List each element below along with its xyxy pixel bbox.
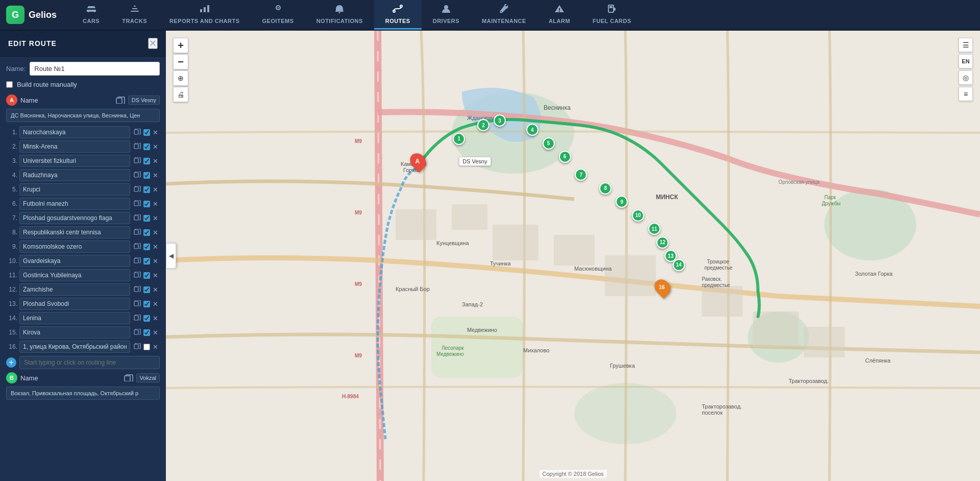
route-name-input[interactable] [30, 62, 160, 76]
stop-input[interactable] [19, 298, 130, 310]
marker-16[interactable]: 16 [655, 279, 670, 296]
stop-input[interactable] [19, 341, 130, 353]
marker-9[interactable]: 9 [616, 196, 628, 208]
stop-checkbox[interactable] [143, 315, 150, 322]
stop-delete-btn[interactable]: ✕ [151, 242, 160, 252]
stop-checkbox[interactable] [143, 215, 150, 222]
stop-copy-btn[interactable] [132, 156, 142, 166]
stop-checkbox[interactable] [143, 329, 150, 336]
marker-7[interactable]: 7 [575, 169, 587, 181]
stop-delete-btn[interactable]: ✕ [151, 213, 160, 223]
stop-copy-btn[interactable] [132, 328, 142, 338]
marker-10[interactable]: 10 [632, 209, 644, 222]
stop-delete-btn[interactable]: ✕ [151, 171, 160, 180]
stop-input[interactable] [19, 326, 130, 339]
marker-5[interactable]: 5 [543, 137, 555, 150]
stop-checkbox[interactable] [143, 201, 150, 207]
stop-checkbox[interactable] [143, 186, 150, 193]
nav-item-drivers[interactable]: DRIVERS [422, 0, 471, 30]
nav-item-alarm[interactable]: ALARM [537, 0, 581, 30]
stop-copy-btn[interactable] [132, 228, 142, 237]
stop-input[interactable] [19, 140, 130, 153]
stop-input[interactable] [19, 312, 130, 324]
stop-checkbox[interactable] [143, 158, 150, 164]
nav-item-reports[interactable]: REPORTS AND CHARTS [158, 0, 251, 30]
marker-11[interactable]: 11 [648, 223, 660, 235]
stop-checkbox[interactable] [143, 244, 150, 250]
stop-input[interactable] [19, 126, 130, 138]
stop-copy-btn[interactable] [132, 242, 142, 252]
logo[interactable]: G Gelios [0, 6, 71, 24]
stop-delete-btn[interactable]: ✕ [151, 185, 160, 195]
stop-input[interactable] [19, 183, 130, 196]
marker-12[interactable]: 12 [656, 236, 669, 249]
stop-input[interactable] [19, 212, 130, 224]
stop-checkbox[interactable] [143, 272, 150, 279]
marker-14[interactable]: 14 [673, 259, 685, 271]
stop-delete-btn[interactable]: ✕ [151, 342, 160, 352]
zoom-out-button[interactable]: − [173, 54, 188, 69]
stop-copy-btn[interactable] [132, 299, 142, 309]
stop-checkbox[interactable] [143, 229, 150, 236]
stop-copy-btn[interactable] [132, 185, 142, 195]
stop-input[interactable] [19, 169, 130, 181]
zoom-in-button[interactable]: + [173, 38, 188, 53]
stop-copy-btn[interactable] [132, 128, 142, 137]
stop-delete-btn[interactable]: ✕ [151, 142, 160, 152]
stop-checkbox[interactable] [143, 344, 150, 350]
stop-copy-btn[interactable] [132, 213, 142, 223]
stop-delete-btn[interactable]: ✕ [151, 271, 160, 280]
stop-checkbox[interactable] [143, 143, 150, 150]
stop-checkbox[interactable] [143, 258, 150, 264]
stop-copy-btn[interactable] [132, 285, 142, 295]
marker-8[interactable]: 8 [599, 182, 611, 195]
stop-input[interactable] [19, 198, 130, 210]
menu-button[interactable]: ≡ [959, 87, 973, 101]
stop-input[interactable] [19, 226, 130, 238]
marker-2[interactable]: 2 [477, 119, 489, 131]
marker-6[interactable]: 6 [559, 151, 571, 163]
nav-item-geoitems[interactable]: GEOITEMS [251, 0, 305, 30]
close-button[interactable]: ✕ [148, 38, 158, 49]
stop-checkbox[interactable] [143, 286, 150, 293]
stop-delete-btn[interactable]: ✕ [151, 128, 160, 137]
stop-input[interactable] [19, 283, 130, 296]
collapse-sidebar-button[interactable]: ◀ [166, 243, 176, 269]
build-manual-checkbox[interactable] [6, 81, 13, 88]
stop-delete-btn[interactable]: ✕ [151, 285, 160, 295]
stop-delete-btn[interactable]: ✕ [151, 256, 160, 266]
stop-input[interactable] [19, 269, 130, 281]
stop-input[interactable] [19, 255, 130, 267]
print-button[interactable]: 🖨 [173, 87, 188, 102]
nav-item-tracks[interactable]: TRACKS [111, 0, 158, 30]
marker-1[interactable]: 1 [453, 133, 465, 145]
location-button[interactable]: ◎ [959, 70, 973, 85]
stop-delete-btn[interactable]: ✕ [151, 199, 160, 209]
map-container[interactable]: Веснинка Жданович Каменная Горка Кунцевщ… [166, 31, 980, 481]
stop-delete-btn[interactable]: ✕ [151, 228, 160, 237]
stop-copy-btn[interactable] [132, 171, 142, 180]
marker-3[interactable]: 3 [494, 114, 506, 127]
compass-button[interactable]: ⊕ [173, 70, 188, 86]
stop-copy-btn[interactable] [132, 342, 142, 352]
stop-delete-btn[interactable]: ✕ [151, 314, 160, 323]
stop-copy-btn[interactable] [132, 199, 142, 209]
marker-4[interactable]: 4 [526, 124, 538, 136]
layers-button[interactable]: ☰ [959, 38, 973, 52]
language-button[interactable]: EN [959, 54, 973, 68]
build-manual-label[interactable]: Build route manually [17, 81, 77, 88]
stop-copy-btn[interactable] [132, 314, 142, 323]
stop-checkbox[interactable] [143, 301, 150, 307]
add-stop-input[interactable] [19, 356, 160, 369]
stop-delete-btn[interactable]: ✕ [151, 328, 160, 338]
nav-item-fuel[interactable]: FUEL CARDS [581, 0, 643, 30]
stop-copy-btn[interactable] [132, 142, 142, 152]
nav-item-notifications[interactable]: NOTIFICATIONS [305, 0, 374, 30]
stop-checkbox[interactable] [143, 172, 150, 179]
nav-item-maintenance[interactable]: MAINTENANCE [471, 0, 537, 30]
marker-a[interactable]: A [411, 153, 425, 170]
stop-delete-btn[interactable]: ✕ [151, 156, 160, 166]
stop-copy-btn[interactable] [132, 256, 142, 266]
stop-checkbox[interactable] [143, 129, 150, 136]
nav-item-cars[interactable]: CARS [71, 0, 111, 30]
